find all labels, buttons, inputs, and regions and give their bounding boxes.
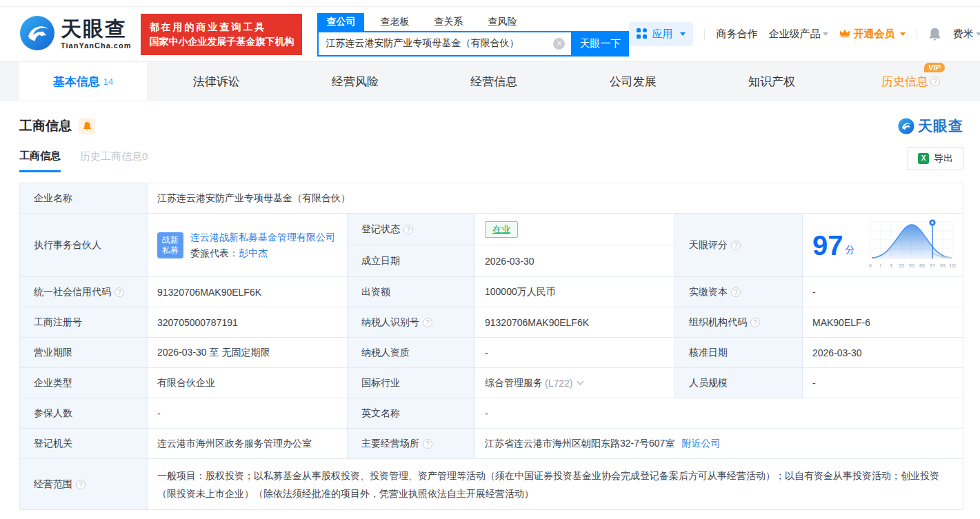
- tianyancha-swirl-icon: [898, 118, 914, 134]
- subtab-business-info[interactable]: 工商信息: [19, 150, 61, 172]
- svg-text:1: 1: [879, 263, 882, 268]
- org-code-value: MAK90ELF-6: [803, 307, 963, 338]
- promo-banner: 都在用的商业查询工具 国家中小企业发展子基金旗下机构: [141, 14, 302, 55]
- tab-history-label: 历史信息: [881, 74, 928, 90]
- industry-label: 国标行业: [348, 368, 475, 398]
- search-tab-boss[interactable]: 查老板: [371, 13, 418, 31]
- company-name-label: 企业名称: [20, 183, 148, 214]
- site-header: 天眼查 TianYanCha.com 都在用的商业查询工具 国家中小企业发展子基…: [0, 7, 980, 61]
- help-icon[interactable]: ?: [76, 480, 86, 489]
- taxpayer-qual-value: -: [475, 338, 675, 368]
- search-tabs: 查公司 查老板 查关系 查风险: [317, 12, 629, 31]
- svg-text:85: 85: [919, 263, 925, 268]
- uscc-value: 91320706MAK90ELF6K: [148, 277, 348, 307]
- rep-label: 委派代表：: [190, 247, 239, 258]
- scope-value: 一般项目：股权投资；以私募基金从事股权投资、投资管理、资产管理等活动（须在中国证…: [148, 459, 963, 509]
- nav-divider: [704, 29, 705, 40]
- section-title: 工商信息: [19, 117, 72, 135]
- tab-company-development[interactable]: 公司发展: [563, 62, 702, 101]
- enterprise-label: 企业级产品: [768, 28, 820, 41]
- nav-user-menu[interactable]: 费米: [952, 28, 980, 41]
- company-type-value: 有限合伙企业: [148, 368, 348, 398]
- english-name-value: -: [475, 398, 963, 429]
- score-unit: 分: [846, 244, 855, 256]
- help-icon[interactable]: ?: [403, 225, 413, 234]
- reg-authority-label: 登记机关: [20, 429, 148, 459]
- established-label: 成立日期: [348, 245, 475, 277]
- svg-text:0: 0: [869, 263, 872, 268]
- rep-link[interactable]: 彭中杰: [239, 247, 268, 258]
- open-vip-label: 开通会员: [853, 28, 894, 41]
- business-info-table: 企业名称 江苏连云港安防产业专项母基金（有限合伙） 执行事务合伙人 战新 私募 …: [19, 183, 963, 510]
- subscribe-bell-icon[interactable]: [79, 118, 95, 134]
- status-badge[interactable]: 在业: [485, 221, 518, 238]
- svg-text:3: 3: [890, 263, 892, 268]
- username: 费米: [952, 28, 973, 41]
- tab-legal[interactable]: 法律诉讼: [147, 62, 286, 101]
- nav-cooperation[interactable]: 商务合作: [716, 28, 757, 41]
- company-name-value: 江苏连云港安防产业专项母基金（有限合伙）: [148, 183, 963, 214]
- term-label: 营业期限: [20, 338, 148, 368]
- export-label: 导出: [934, 152, 953, 165]
- taxpayer-id-value: 91320706MAK90ELF6K: [475, 307, 675, 338]
- search-button[interactable]: 天眼一下: [571, 31, 629, 57]
- insured-label: 参保人数: [20, 398, 148, 429]
- partner-avatar[interactable]: 战新 私募: [157, 232, 183, 258]
- taxpayer-id-label: 纳税人识别号?: [348, 307, 475, 338]
- help-icon[interactable]: ?: [423, 318, 432, 327]
- org-code-label: 组织机构代码?: [675, 307, 803, 338]
- search-tab-relation[interactable]: 查关系: [425, 13, 472, 31]
- watermark-text: 天眼查: [918, 116, 963, 136]
- clear-search-icon[interactable]: ×: [553, 38, 565, 50]
- help-icon[interactable]: ?: [731, 241, 741, 250]
- search-box: 查公司 查老板 查关系 查风险 × 天眼一下: [317, 12, 629, 57]
- partner-company-link[interactable]: 连云港战新私募基金管理有限公司: [190, 232, 335, 243]
- staff-size-value: -: [803, 368, 963, 398]
- industry-value: 综合管理服务 (L722): [475, 368, 675, 398]
- export-button[interactable]: X 导出: [908, 147, 963, 170]
- help-icon[interactable]: ?: [930, 77, 940, 86]
- tab-intellectual-property[interactable]: 知识产权: [702, 62, 841, 101]
- capital-value: 100000万人民币: [475, 277, 675, 307]
- reg-no-label: 工商注册号: [20, 307, 148, 338]
- nav-open-vip[interactable]: 开通会员: [839, 28, 906, 41]
- promo-line-1: 都在用的商业查询工具: [149, 20, 294, 34]
- search-input[interactable]: [317, 31, 571, 57]
- vip-badge: VIP: [924, 63, 945, 72]
- excel-icon: X: [918, 153, 929, 164]
- industry-code: (L722): [545, 378, 572, 389]
- notification-bell-icon[interactable]: [928, 27, 941, 41]
- help-icon[interactable]: ?: [731, 287, 741, 297]
- score-value: 97: [812, 232, 843, 259]
- tab-operating-info[interactable]: 经营信息: [425, 62, 563, 101]
- tab-operating-risk[interactable]: 经营风险: [286, 62, 424, 101]
- reg-no-value: 320705000787191: [148, 307, 348, 338]
- address-value: 江苏省连云港市海州区朝阳东路32-7号607室: [485, 438, 674, 450]
- apps-menu[interactable]: 应用: [629, 22, 693, 46]
- taxpayer-qual-label: 纳税人资质: [348, 338, 475, 368]
- tab-history-info[interactable]: 历史信息 VIP ?: [841, 62, 980, 101]
- subtab-history-business-info[interactable]: 历史工商信息0: [80, 150, 148, 171]
- chevron-down-icon: [976, 32, 980, 36]
- paid-capital-value: -: [803, 277, 963, 307]
- nearby-companies-link[interactable]: 附近公司: [681, 438, 720, 450]
- help-icon[interactable]: ?: [114, 287, 124, 297]
- tab-basic-info[interactable]: 基本信息 14: [19, 62, 147, 101]
- subtab-row: 工商信息 历史工商信息0 X 导出: [19, 147, 963, 174]
- company-type-label: 企业类型: [20, 368, 148, 398]
- nav-enterprise-products[interactable]: 企业级产品: [768, 28, 828, 41]
- company-tab-bar: 基本信息 14 法律诉讼 经营风险 经营信息 公司发展 知识产权 历史信息 VI…: [0, 61, 980, 101]
- search-tab-company[interactable]: 查公司: [317, 13, 364, 31]
- score-distribution-chart: 0 1 3 15 50 85 97 99 100: [868, 218, 956, 272]
- search-tab-risk[interactable]: 查风险: [479, 13, 526, 31]
- help-icon[interactable]: ?: [423, 439, 432, 449]
- crown-icon: [839, 28, 850, 40]
- header-nav: 应用 商务合作 企业级产品 开通会员 费米: [629, 22, 980, 46]
- tianyancha-logo[interactable]: 天眼查 TianYanCha.com: [19, 15, 131, 54]
- partner-label: 执行事务合伙人: [20, 214, 148, 277]
- help-icon[interactable]: ?: [750, 318, 760, 327]
- chevron-down-icon[interactable]: [577, 378, 584, 385]
- apps-label: 应用: [652, 28, 672, 41]
- score-cell: 97 分: [803, 214, 963, 277]
- staff-size-label: 人员规模: [675, 368, 803, 398]
